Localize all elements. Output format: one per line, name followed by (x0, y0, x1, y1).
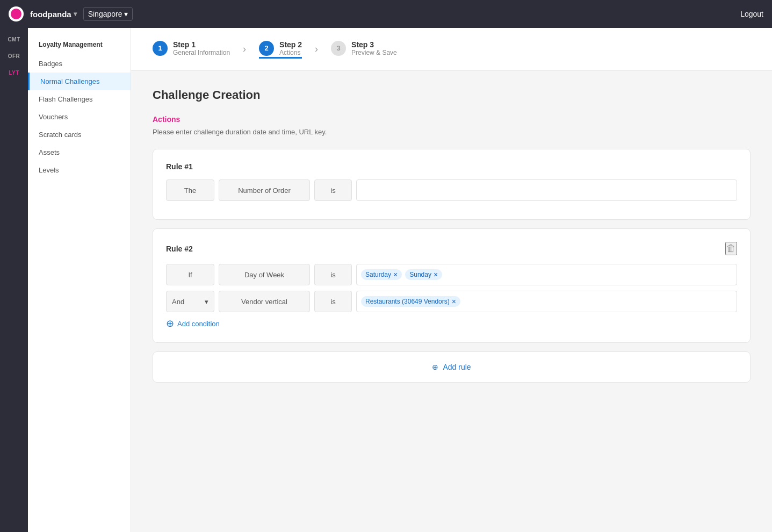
step-arrow-1: › (243, 44, 246, 55)
tag-restaurants-remove[interactable]: × (452, 298, 456, 305)
rule-1-header: Rule #1 (166, 162, 737, 171)
add-rule-icon: ⊕ (432, 363, 438, 371)
rule-1-card: Rule #1 The Number of Order is (153, 149, 751, 220)
add-condition-icon: ⊕ (166, 318, 174, 329)
brand-chevron-icon: ▾ (74, 10, 77, 18)
step-3[interactable]: 3 Step 3 Preview & Save (331, 40, 397, 56)
rule-1-operator: is (314, 179, 352, 201)
step-1[interactable]: 1 Step 1 General Information (153, 40, 230, 56)
step-3-circle: 3 (331, 41, 346, 56)
rule-1-subject: The (166, 179, 214, 201)
step-3-text: Step 3 Preview & Save (351, 40, 397, 56)
logout-button[interactable]: Logout (740, 10, 763, 18)
rule-1-title: Rule #1 (166, 162, 193, 171)
step-2[interactable]: 2 Step 2 Actions (259, 40, 302, 56)
rule-2-cond2-type[interactable]: Vendor vertical (219, 291, 310, 312)
top-nav: foodpanda ▾ Singapore ▾ Logout (0, 0, 772, 28)
step-2-circle: 2 (259, 41, 274, 56)
add-rule-card[interactable]: ⊕ Add rule (153, 351, 751, 383)
brand-name[interactable]: foodpanda ▾ (30, 10, 77, 19)
sidebar-item-vouchers[interactable]: Vouchers (28, 108, 131, 126)
add-rule-button[interactable]: ⊕ Add rule (432, 363, 471, 371)
rule-1-condition-row: The Number of Order is (166, 179, 737, 201)
sidebar-label-ofr[interactable]: OFR (8, 53, 20, 59)
rule-2-cond2-operator: is (314, 291, 352, 312)
sidebar-item-assets[interactable]: Assets (28, 143, 131, 161)
rule-2-cond1-operator: is (314, 264, 352, 285)
sidebar-item-flash-challenges[interactable]: Flash Challenges (28, 90, 131, 108)
tag-sunday: Sunday × (405, 269, 442, 280)
add-condition-button[interactable]: ⊕ Add condition (166, 318, 737, 329)
rule-1-value-input[interactable] (356, 179, 737, 201)
rule-2-card: Rule #2 🗑 If Day of Week is (153, 228, 751, 343)
step-1-text: Step 1 General Information (173, 40, 230, 56)
step-1-circle: 1 (153, 41, 168, 56)
tag-restaurants: Restaurants (30649 Vendors) × (361, 296, 460, 307)
sidebar-label-cmt[interactable]: CMT (8, 37, 20, 42)
page-content: Challenge Creation Actions Please enter … (131, 71, 772, 408)
rule-2-cond2-subject-select[interactable]: And ▾ (166, 291, 214, 312)
step-2-wrapper: 2 Step 2 Actions (259, 40, 302, 59)
rule-2-cond1-tags[interactable]: Saturday × Sunday × (356, 264, 737, 285)
section-desc: Please enter challenge duration date and… (153, 128, 751, 136)
sidebar-labels: CMT OFR LYT (0, 28, 28, 532)
sidebar-label-lyt[interactable]: LYT (9, 70, 19, 76)
section-title: Actions (153, 115, 751, 124)
steps-header: 1 Step 1 General Information › 2 Step 2 (131, 28, 772, 71)
and-chevron-icon: ▾ (205, 298, 208, 306)
main-content: 1 Step 1 General Information › 2 Step 2 (131, 28, 772, 532)
rule-2-title: Rule #2 (166, 245, 193, 253)
page-title: Challenge Creation (153, 88, 751, 102)
rule-2-condition-1-row: If Day of Week is Saturday × (166, 264, 737, 285)
sidebar-item-scratch-cards[interactable]: Scratch cards (28, 126, 131, 143)
rule-2-condition-2-row: And ▾ Vendor vertical is Restaurants (30… (166, 291, 737, 312)
step-arrow-2: › (315, 44, 318, 55)
tag-sunday-remove[interactable]: × (434, 271, 438, 278)
sidebar-item-normal-challenges[interactable]: Normal Challenges (28, 73, 131, 90)
region-chevron-icon: ▾ (124, 10, 128, 18)
logo (9, 6, 24, 21)
rule-2-header: Rule #2 🗑 (166, 242, 737, 255)
step-1-wrapper: 1 Step 1 General Information (153, 40, 230, 59)
rule-2-delete-button[interactable]: 🗑 (725, 242, 737, 255)
rule-2-cond2-tags[interactable]: Restaurants (30649 Vendors) × (356, 291, 737, 312)
sidebar-section-title: Loyalty Management (28, 37, 131, 53)
sidebar-nav: Loyalty Management Badges Normal Challen… (28, 28, 131, 532)
tag-saturday-remove[interactable]: × (393, 271, 398, 278)
sidebar-item-levels[interactable]: Levels (28, 161, 131, 179)
region-selector[interactable]: Singapore ▾ (83, 7, 133, 21)
rule-2-cond1-type[interactable]: Day of Week (219, 264, 310, 285)
step-3-wrapper: 3 Step 3 Preview & Save (331, 40, 397, 59)
rule-2-cond1-subject: If (166, 264, 214, 285)
rule-1-type[interactable]: Number of Order (219, 179, 310, 201)
sidebar-item-badges[interactable]: Badges (28, 55, 131, 73)
tag-saturday: Saturday × (361, 269, 402, 280)
step-2-text: Step 2 Actions (279, 40, 302, 56)
